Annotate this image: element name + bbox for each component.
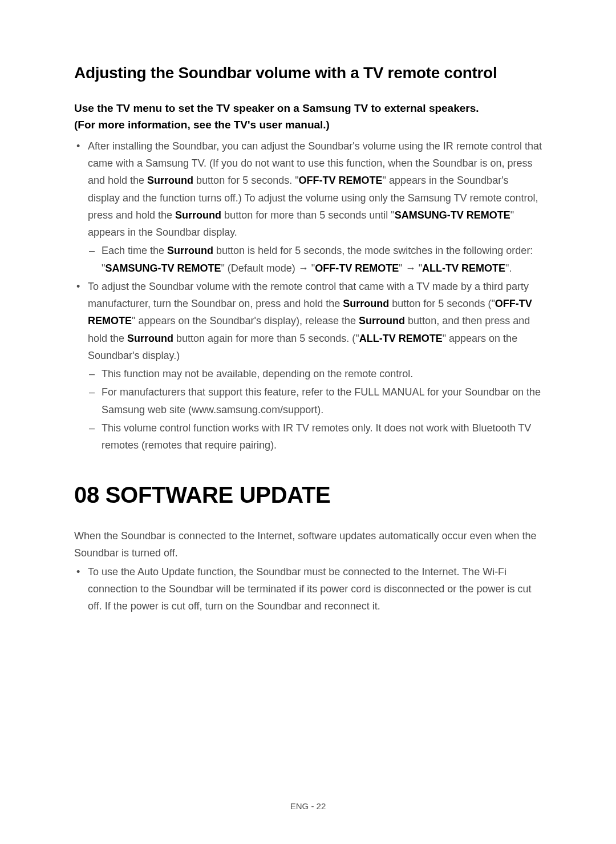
sub-heading-line1: Use the TV menu to set the TV speaker on… bbox=[74, 102, 479, 114]
main-bullet-list: After installing the Soundbar, you can a… bbox=[74, 138, 542, 454]
bullet-item-2: To adjust the Soundbar volume with the r… bbox=[88, 278, 542, 454]
text: button for 5 seconds. " bbox=[193, 175, 299, 186]
chapter-intro: When the Soundbar is connected to the In… bbox=[74, 527, 542, 562]
text: " appears on the Soundbar's display), re… bbox=[132, 315, 359, 326]
sub-item: This volume control function works with … bbox=[102, 419, 542, 454]
bold-text: ALL-TV REMOTE bbox=[422, 263, 505, 274]
text: ". bbox=[505, 263, 512, 274]
chapter-heading: 08 SOFTWARE UPDATE bbox=[74, 482, 542, 508]
sub-item: This function may not be available, depe… bbox=[102, 365, 542, 382]
bold-text: Surround bbox=[343, 298, 389, 309]
bold-text: SAMSUNG-TV REMOTE bbox=[105, 263, 221, 274]
bold-text: Surround bbox=[167, 245, 213, 256]
page-footer: ENG - 22 bbox=[0, 801, 616, 811]
sub-list: Each time the Surround button is held fo… bbox=[88, 242, 542, 276]
sub-item: For manufacturers that support this feat… bbox=[102, 383, 542, 418]
text: Each time the bbox=[102, 245, 167, 256]
bullet-item-1: After installing the Soundbar, you can a… bbox=[88, 138, 542, 277]
text: button again for more than 5 seconds. (" bbox=[173, 333, 359, 344]
sub-heading: Use the TV menu to set the TV speaker on… bbox=[74, 100, 542, 133]
bold-text: OFF-TV REMOTE bbox=[299, 175, 383, 186]
bullet-item: To use the Auto Update function, the Sou… bbox=[88, 563, 542, 615]
sub-item: Each time the Surround button is held fo… bbox=[102, 242, 542, 276]
bold-text: Surround bbox=[127, 333, 173, 344]
chapter-bullet-list: To use the Auto Update function, the Sou… bbox=[74, 563, 542, 615]
text: " (Default mode) → " bbox=[221, 263, 315, 274]
bold-text: Surround bbox=[147, 175, 193, 186]
text: " → " bbox=[399, 263, 422, 274]
sub-heading-line2: (For more information, see the TV's user… bbox=[74, 119, 330, 131]
bold-text: ALL-TV REMOTE bbox=[359, 333, 443, 344]
bold-text: OFF-TV REMOTE bbox=[315, 263, 399, 274]
text: button for 5 seconds (" bbox=[389, 298, 495, 309]
bold-text: Surround bbox=[359, 315, 405, 326]
bold-text: SAMSUNG-TV REMOTE bbox=[395, 209, 510, 221]
text: button for more than 5 seconds until " bbox=[221, 209, 395, 221]
sub-list: This function may not be available, depe… bbox=[88, 365, 542, 454]
section-heading: Adjusting the Soundbar volume with a TV … bbox=[74, 64, 542, 82]
bold-text: Surround bbox=[175, 209, 221, 221]
